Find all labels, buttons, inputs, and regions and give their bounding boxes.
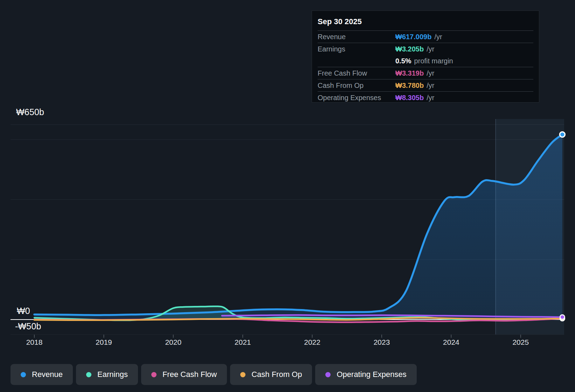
x-axis-label: 2020 xyxy=(165,338,181,346)
tooltip-row-profit-margin: 0.5% profit margin xyxy=(318,55,533,67)
legend-label: Earnings xyxy=(97,370,128,379)
x-axis-label: 2025 xyxy=(512,338,529,346)
tooltip-suffix: /yr xyxy=(427,69,434,77)
recent-period-band xyxy=(496,119,564,335)
legend-item-free-cash-flow[interactable]: Free Cash Flow xyxy=(141,364,227,385)
tooltip-row-earnings: Earnings ₩3.205b /yr xyxy=(318,43,533,55)
end-marker-operating-expenses[interactable] xyxy=(560,315,564,319)
chart-legend: Revenue Earnings Free Cash Flow Cash Fro… xyxy=(11,364,417,385)
legend-item-earnings[interactable]: Earnings xyxy=(76,364,138,385)
tooltip-value: 0.5% xyxy=(395,57,411,65)
tooltip-label: Free Cash Flow xyxy=(318,69,395,77)
legend-item-cash-from-op[interactable]: Cash From Op xyxy=(230,364,312,385)
tooltip-value: ₩8.305b xyxy=(395,94,424,102)
x-axis-label: 2018 xyxy=(26,338,43,346)
x-axis-label: 2024 xyxy=(443,338,459,346)
earnings-dot-icon xyxy=(86,372,91,377)
cash-from-op-dot-icon xyxy=(240,372,245,377)
end-marker-revenue[interactable] xyxy=(560,132,565,137)
tooltip-value: ₩3.780b xyxy=(395,82,424,90)
tooltip-suffix: /yr xyxy=(427,82,434,90)
tooltip-suffix: /yr xyxy=(427,45,434,53)
free-cash-flow-dot-icon xyxy=(151,372,157,377)
operating-expenses-dot-icon xyxy=(325,372,331,377)
tooltip-row-operating-expenses: Operating Expenses ₩8.305b /yr xyxy=(318,91,533,104)
tooltip-label: Cash From Op xyxy=(318,82,395,90)
tooltip-label: Revenue xyxy=(318,33,395,41)
y-axis-label-neg50b: -₩50b xyxy=(15,321,41,331)
tooltip-row-cash-from-op: Cash From Op ₩3.780b /yr xyxy=(318,79,533,91)
tooltip-row-revenue: Revenue ₩617.009b /yr xyxy=(318,30,533,43)
tooltip-label: Operating Expenses xyxy=(318,94,395,102)
y-axis-label-zero: ₩0 xyxy=(17,306,30,316)
legend-label: Operating Expenses xyxy=(337,370,406,379)
legend-label: Revenue xyxy=(32,370,63,379)
x-axis-label: 2019 xyxy=(96,338,112,346)
y-axis-label-650b: ₩650b xyxy=(16,107,44,117)
tooltip-row-free-cash-flow: Free Cash Flow ₩3.319b /yr xyxy=(318,67,533,79)
tooltip-value: ₩3.319b xyxy=(395,69,424,77)
tooltip-label: Earnings xyxy=(318,45,395,53)
x-axis-label: 2021 xyxy=(235,338,251,346)
area-revenue xyxy=(34,134,562,320)
x-axis-label: 2022 xyxy=(304,338,320,346)
tooltip-suffix: /yr xyxy=(427,94,434,102)
tooltip-date: Sep 30 2025 xyxy=(318,14,533,30)
legend-label: Free Cash Flow xyxy=(162,370,217,379)
tooltip-value: ₩3.205b xyxy=(395,45,424,53)
tooltip-value: ₩617.009b xyxy=(395,33,431,41)
legend-item-revenue[interactable]: Revenue xyxy=(11,364,73,385)
date-tooltip: Sep 30 2025 Revenue ₩617.009b /yr Earnin… xyxy=(312,10,539,103)
legend-item-operating-expenses[interactable]: Operating Expenses xyxy=(315,364,416,385)
tooltip-suffix: /yr xyxy=(434,33,442,41)
legend-label: Cash From Op xyxy=(251,370,302,379)
x-axis-label: 2023 xyxy=(374,338,390,346)
revenue-dot-icon xyxy=(21,372,26,377)
tooltip-suffix: profit margin xyxy=(414,57,453,65)
